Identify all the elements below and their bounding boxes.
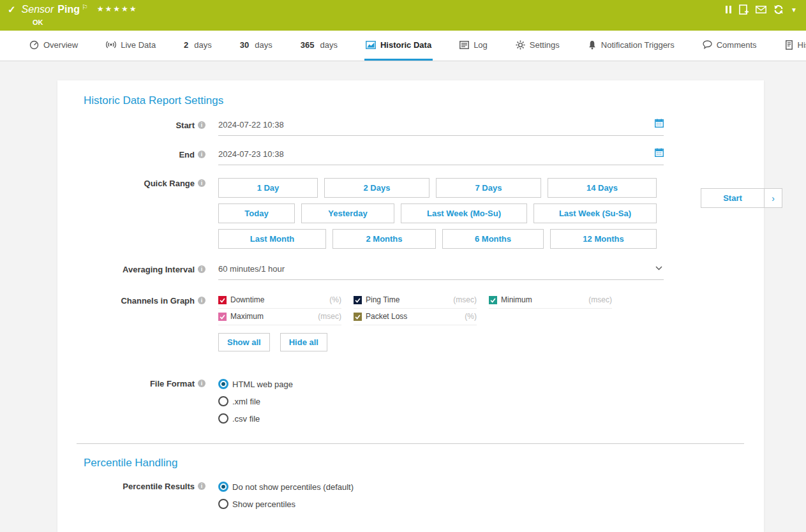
priority-stars[interactable]: ★★★★★ xyxy=(97,3,138,15)
radio-label: Do not show percentiles (default) xyxy=(232,482,354,492)
radio-icon[interactable] xyxy=(218,499,228,509)
radio-icon[interactable] xyxy=(218,413,228,424)
channel-unit: (msec) xyxy=(453,295,477,304)
percentile-option-show[interactable]: Show percentiles xyxy=(218,498,664,510)
channel-maximum[interactable]: Maximum (msec) xyxy=(218,312,341,325)
percentile-option-none[interactable]: Do not show percentiles (default) xyxy=(218,481,664,492)
quick-range-last-month[interactable]: Last Month xyxy=(218,229,326,249)
caret-down-icon[interactable]: ▼ xyxy=(791,6,797,13)
main-area: Start › Historic Data Report Settings St… xyxy=(0,61,806,532)
channel-label: Maximum xyxy=(230,312,264,321)
radio-label: Show percentiles xyxy=(232,499,295,509)
channel-ping-time[interactable]: Ping Time (msec) xyxy=(354,295,477,309)
radio-label: .csv file xyxy=(232,414,260,424)
averaging-interval-row: Averaging Interval 60 minutes/1 hour xyxy=(57,264,764,280)
flag-icon[interactable]: ⚐ xyxy=(82,1,88,13)
quick-range-today[interactable]: Today xyxy=(218,203,295,223)
info-icon[interactable] xyxy=(198,297,205,304)
tab-label: Notification Triggers xyxy=(601,40,675,50)
averaging-interval-value: 60 minutes/1 hour xyxy=(218,264,285,274)
start-row: Start 2024-07-22 10:38 xyxy=(57,120,764,136)
quick-range-7-days[interactable]: 7 Days xyxy=(436,178,541,198)
info-icon[interactable] xyxy=(198,380,205,387)
checkbox-checked-icon[interactable] xyxy=(354,313,362,321)
radio-icon[interactable] xyxy=(218,396,228,406)
file-format-label: File Format xyxy=(150,379,195,388)
quick-range-2-days[interactable]: 2 Days xyxy=(324,178,429,198)
tab-label: Historic Data xyxy=(380,40,431,50)
tab-live-data[interactable]: Live Data xyxy=(105,31,157,61)
calendar-icon[interactable] xyxy=(655,119,664,128)
end-label: End xyxy=(179,150,195,159)
info-icon[interactable] xyxy=(198,121,205,129)
file-format-option-csv[interactable]: .csv file xyxy=(218,413,664,424)
quick-range-2-months[interactable]: 2 Months xyxy=(332,229,436,249)
quick-range-last-week-mo-su[interactable]: Last Week (Mo-Su) xyxy=(401,203,527,223)
start-date-input[interactable]: 2024-07-22 10:38 xyxy=(218,120,664,136)
tab-2-days[interactable]: 2 days xyxy=(183,31,213,61)
add-report-icon[interactable] xyxy=(739,4,749,15)
tab-label: days xyxy=(320,40,337,50)
end-date-value: 2024-07-23 10:38 xyxy=(218,149,284,159)
pause-icon[interactable] xyxy=(724,6,732,13)
channel-label: Packet Loss xyxy=(366,312,407,321)
tab-365-days[interactable]: 365 days xyxy=(299,31,339,61)
channel-minimum[interactable]: Minimum (msec) xyxy=(489,295,612,309)
quick-range-12-months[interactable]: 12 Months xyxy=(550,229,657,249)
checkbox-checked-icon[interactable] xyxy=(218,313,227,321)
info-icon[interactable] xyxy=(198,265,205,273)
chevron-right-icon[interactable]: › xyxy=(765,189,782,207)
checkbox-checked-icon[interactable] xyxy=(489,296,497,304)
tab-notification-triggers[interactable]: Notification Triggers xyxy=(586,31,676,61)
end-date-input[interactable]: 2024-07-23 10:38 xyxy=(218,149,664,165)
sensor-header: ✓ Sensor Ping ⚐ ★★★★★ OK ▼ xyxy=(0,0,806,31)
start-date-value: 2024-07-22 10:38 xyxy=(218,120,284,129)
radio-selected-icon[interactable] xyxy=(218,379,228,389)
quick-range-6-months[interactable]: 6 Months xyxy=(442,229,544,249)
tab-log[interactable]: Log xyxy=(458,31,489,61)
channel-packet-loss[interactable]: Packet Loss (%) xyxy=(354,312,477,325)
quick-range-14-days[interactable]: 14 Days xyxy=(548,178,657,198)
chevron-down-icon[interactable] xyxy=(655,266,662,270)
info-icon[interactable] xyxy=(198,151,205,158)
file-format-row: File Format HTML web page .xml file .c xyxy=(57,378,764,424)
info-icon[interactable] xyxy=(198,482,205,490)
info-icon[interactable] xyxy=(198,179,205,187)
start-report-split-button[interactable]: Start › xyxy=(701,188,782,208)
show-all-button[interactable]: Show all xyxy=(218,333,270,351)
start-report-button[interactable]: Start xyxy=(701,189,765,207)
quick-range-1-day[interactable]: 1 Day xyxy=(218,178,318,198)
start-label: Start xyxy=(175,121,195,130)
calendar-icon[interactable] xyxy=(655,148,664,157)
tab-settings[interactable]: Settings xyxy=(514,31,561,61)
tab-comments[interactable]: Comments xyxy=(701,31,758,61)
quick-range-last-week-su-sa[interactable]: Last Week (Su-Sa) xyxy=(534,203,657,223)
quick-range-yesterday[interactable]: Yesterday xyxy=(301,203,394,223)
file-format-option-html[interactable]: HTML web page xyxy=(218,378,664,390)
channel-unit: (msec) xyxy=(588,295,612,304)
averaging-interval-select[interactable]: 60 minutes/1 hour xyxy=(218,264,664,280)
tab-historic-data[interactable]: Historic Data xyxy=(364,31,433,61)
tab-history[interactable]: History xyxy=(784,31,806,61)
checkbox-checked-icon[interactable] xyxy=(218,296,227,304)
refresh-icon[interactable] xyxy=(773,4,784,15)
channel-unit: (%) xyxy=(465,312,477,321)
tab-label: days xyxy=(194,40,211,50)
gauge-icon xyxy=(29,40,39,50)
tab-overview[interactable]: Overview xyxy=(28,31,79,61)
percentile-results-row: Percentile Results Do not show percentil… xyxy=(57,481,764,510)
tab-label: Settings xyxy=(530,40,560,50)
hide-all-button[interactable]: Hide all xyxy=(280,333,327,351)
tab-label: History xyxy=(798,40,806,50)
checkbox-checked-icon[interactable] xyxy=(354,296,362,304)
tab-30-days[interactable]: 30 days xyxy=(239,31,274,61)
section-title-historic-data: Historic Data Report Settings xyxy=(84,94,764,107)
channel-unit: (msec) xyxy=(318,312,341,321)
radio-selected-icon[interactable] xyxy=(218,482,228,492)
email-icon[interactable] xyxy=(756,6,766,13)
channel-label: Minimum xyxy=(501,295,532,304)
status-check-icon: ✓ xyxy=(8,3,16,16)
bell-icon xyxy=(588,40,597,50)
file-format-option-xml[interactable]: .xml file xyxy=(218,395,664,407)
channel-downtime[interactable]: Downtime (%) xyxy=(218,295,341,309)
